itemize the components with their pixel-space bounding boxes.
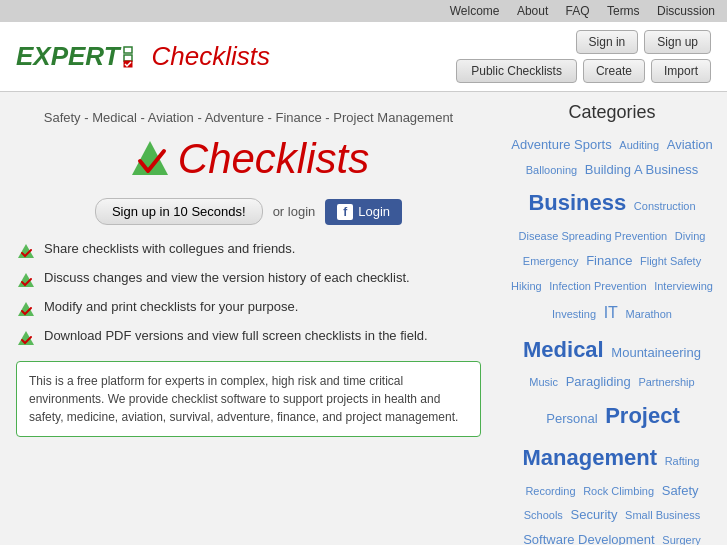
features-list: Share checklists with collegues and frie…: [16, 241, 481, 347]
category-infection-prevention[interactable]: Infection Prevention: [549, 280, 646, 292]
category-rock-climbing[interactable]: Rock Climbing: [583, 485, 654, 497]
logo: EXPERT Checklists: [16, 41, 270, 72]
category-aviation[interactable]: Aviation: [667, 137, 713, 152]
category-recording[interactable]: Recording: [525, 485, 575, 497]
feature-item-2: Discuss changes and view the version his…: [16, 270, 481, 289]
category-rafting[interactable]: Rafting: [665, 455, 700, 467]
hero-title-text: Checklists: [178, 135, 369, 183]
logo-check-icon: [122, 46, 150, 68]
info-text: This is a free platform for experts in c…: [29, 374, 458, 424]
import-button[interactable]: Import: [651, 59, 711, 83]
fb-login-label: Login: [358, 204, 390, 219]
svg-rect-1: [124, 55, 132, 61]
category-adventure-sports[interactable]: Adventure Sports: [511, 137, 611, 152]
category-small-business[interactable]: Small Business: [625, 509, 700, 521]
header: EXPERT Checklists Sign in Sign up Public…: [0, 22, 727, 92]
category-schools[interactable]: Schools: [524, 509, 563, 521]
facebook-login-button[interactable]: f Login: [325, 199, 402, 225]
feature-item-4: Download PDF versions and view full scre…: [16, 328, 481, 347]
header-right: Sign in Sign up Public Checklists Create…: [456, 30, 711, 83]
svg-rect-0: [124, 47, 132, 53]
category-construction[interactable]: Construction: [634, 200, 696, 212]
feature-icon-2: [16, 271, 36, 289]
feature-text-1: Share checklists with collegues and frie…: [44, 241, 295, 256]
nav-about[interactable]: About: [517, 4, 548, 18]
feature-icon-4: [16, 329, 36, 347]
feature-text-3: Modify and print checklists for your pur…: [44, 299, 298, 314]
left-column: Safety - Medical - Aviation - Adventure …: [0, 92, 497, 545]
logo-checklists-text: Checklists: [152, 41, 270, 72]
info-box: This is a free platform for experts in c…: [16, 361, 481, 437]
category-auditing[interactable]: Auditing: [619, 139, 659, 151]
category-surgery[interactable]: Surgery: [662, 534, 701, 545]
category-personal[interactable]: Personal: [546, 411, 597, 426]
main-content: Safety - Medical - Aviation - Adventure …: [0, 92, 727, 545]
facebook-icon: f: [337, 204, 353, 220]
category-marathon[interactable]: Marathon: [626, 308, 672, 320]
auth-buttons: Sign in Sign up: [576, 30, 711, 54]
category-finance[interactable]: Finance: [586, 253, 632, 268]
category-mountaineering[interactable]: Mountaineering: [611, 345, 701, 360]
category-medical[interactable]: Medical: [523, 337, 604, 362]
feature-text-4: Download PDF versions and view full scre…: [44, 328, 428, 343]
category-it[interactable]: IT: [604, 304, 618, 321]
nav-terms[interactable]: Terms: [607, 4, 640, 18]
feature-icon-1: [16, 242, 36, 260]
nav-discussion[interactable]: Discussion: [657, 4, 715, 18]
feature-item-1: Share checklists with collegues and frie…: [16, 241, 481, 260]
category-security[interactable]: Security: [570, 507, 617, 522]
hero-checkmark-icon: [128, 137, 172, 181]
hero-title: Checklists: [128, 135, 369, 183]
logo-expert-text: EXPERT: [16, 41, 120, 72]
category-disease-spreading-prevention[interactable]: Disease Spreading Prevention: [519, 230, 668, 242]
feature-icon-3: [16, 300, 36, 318]
or-login-text: or login: [273, 204, 316, 219]
category-partnership[interactable]: Partnership: [638, 376, 694, 388]
category-ballooning[interactable]: Ballooning: [526, 164, 577, 176]
feature-item-3: Modify and print checklists for your pur…: [16, 299, 481, 318]
feature-text-2: Discuss changes and view the version his…: [44, 270, 410, 285]
hero-section: Checklists: [16, 135, 481, 184]
category-investing[interactable]: Investing: [552, 308, 596, 320]
category-music[interactable]: Music: [529, 376, 558, 388]
category-emergency[interactable]: Emergency: [523, 255, 579, 267]
category-diving[interactable]: Diving: [675, 230, 706, 242]
create-button[interactable]: Create: [583, 59, 645, 83]
signup-10sec-button[interactable]: Sign up in 10 Seconds!: [95, 198, 263, 225]
category-software-development[interactable]: Software Development: [523, 532, 655, 545]
category-flight-safety[interactable]: Flight Safety: [640, 255, 701, 267]
category-safety[interactable]: Safety: [662, 483, 699, 498]
nav-welcome[interactable]: Welcome: [450, 4, 500, 18]
signin-button[interactable]: Sign in: [576, 30, 639, 54]
top-nav: Welcome About FAQ Terms Discussion: [0, 0, 727, 22]
categories-title: Categories: [509, 102, 715, 123]
category-building-a-business[interactable]: Building A Business: [585, 162, 698, 177]
category-paragliding[interactable]: Paragliding: [566, 374, 631, 389]
category-business[interactable]: Business: [528, 190, 626, 215]
tagline: Safety - Medical - Aviation - Adventure …: [16, 110, 481, 125]
category-hiking[interactable]: Hiking: [511, 280, 542, 292]
public-checklists-button[interactable]: Public Checklists: [456, 59, 577, 83]
right-column: Categories Adventure Sports Auditing Avi…: [497, 92, 727, 545]
signup-button[interactable]: Sign up: [644, 30, 711, 54]
category-interviewing[interactable]: Interviewing: [654, 280, 713, 292]
signup-bar: Sign up in 10 Seconds! or login f Login: [16, 198, 481, 225]
categories-cloud: Adventure Sports Auditing Aviation Ballo…: [509, 133, 715, 545]
nav-faq[interactable]: FAQ: [566, 4, 590, 18]
action-buttons: Public Checklists Create Import: [456, 59, 711, 83]
